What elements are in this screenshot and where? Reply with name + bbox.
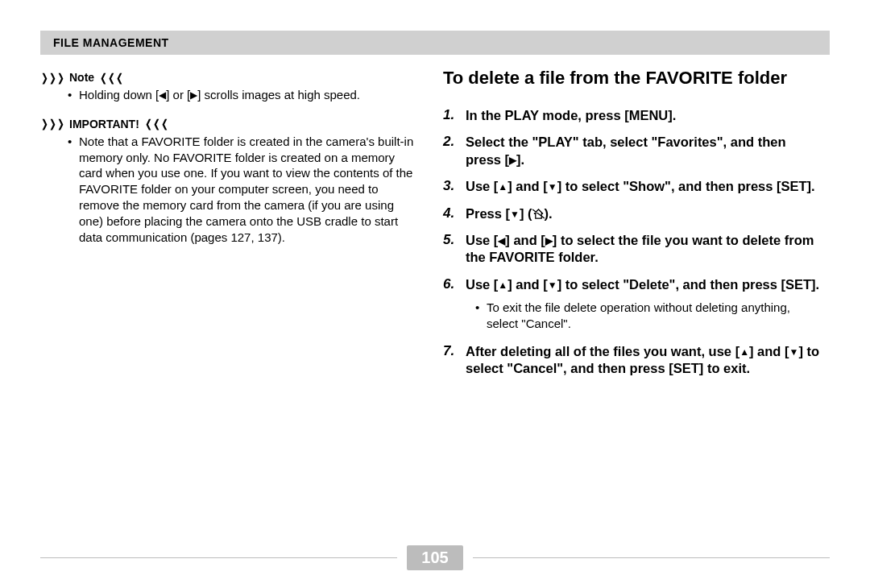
page-number: 105: [407, 545, 462, 570]
note-heading: ❭❭❭ Note ❬❬❬: [40, 71, 419, 84]
note-label: Note: [69, 71, 94, 84]
step-number: 7.: [443, 343, 466, 378]
marker-left-icon: ❭❭❭: [40, 72, 64, 84]
triangle-up-icon: ▲: [498, 181, 508, 194]
step-4: 4. Press [▼] ().: [443, 205, 822, 222]
section-header-bar: File Management: [40, 31, 830, 55]
step-text: Use [▲] and [▼] to select "Delete", and …: [466, 276, 822, 293]
triangle-down-icon: ▼: [548, 280, 557, 292]
important-text: Note that a FAVORITE folder is created i…: [79, 134, 419, 246]
procedure-steps: 1. In the PLAY mode, press [MENU]. 2. Se…: [443, 107, 822, 378]
triangle-right-icon: ▶: [545, 235, 553, 248]
footer-rule-left: [40, 557, 397, 558]
triangle-right-icon: ▶: [509, 155, 516, 168]
marker-right-icon: ❬❬❬: [144, 118, 168, 130]
step-text: Use [▲] and [▼] to select "Show", and th…: [466, 178, 822, 195]
step-text: Select the "PLAY" tab, select "Favorites…: [466, 134, 822, 168]
triangle-down-icon: ▼: [510, 209, 520, 222]
triangle-up-icon: ▲: [498, 280, 508, 292]
step-2: 2. Select the "PLAY" tab, select "Favori…: [443, 134, 822, 168]
note-body: • Holding down [◀] or [▶] scrolls images…: [40, 87, 419, 103]
manual-page: File Management ❭❭❭ Note ❬❬❬ • Holding d…: [0, 0, 870, 588]
procedure-title: To delete a file from the FAVORITE folde…: [443, 68, 822, 89]
footer-rule-right: [473, 557, 830, 558]
step-3: 3. Use [▲] and [▼] to select "Show", and…: [443, 178, 822, 195]
page-footer: 105: [0, 545, 870, 570]
triangle-down-icon: ▼: [789, 346, 799, 359]
step-1: 1. In the PLAY mode, press [MENU].: [443, 107, 822, 124]
marker-left-icon: ❭❭❭: [40, 118, 64, 130]
triangle-left-icon: ◀: [159, 89, 166, 102]
two-column-layout: ❭❭❭ Note ❬❬❬ • Holding down [◀] or [▶] s…: [40, 68, 830, 387]
left-column: ❭❭❭ Note ❬❬❬ • Holding down [◀] or [▶] s…: [40, 68, 419, 387]
marker-right-icon: ❬❬❬: [99, 72, 123, 84]
sub-bullet-text: To exit the file delete operation withou…: [487, 300, 822, 332]
triangle-left-icon: ◀: [498, 235, 505, 248]
section-header-title: File Management: [53, 36, 169, 49]
step-text: After deleting all of the files you want…: [466, 343, 822, 378]
step-text: In the PLAY mode, press [MENU].: [466, 107, 822, 124]
step-number: 2.: [443, 134, 466, 168]
important-label: IMPORTANT!: [69, 118, 139, 130]
step-6: 6. Use [▲] and [▼] to select "Delete", a…: [443, 276, 822, 293]
step-text: Use [◀] and [▶] to select the file you w…: [466, 232, 822, 267]
triangle-right-icon: ▶: [190, 89, 197, 102]
bullet-icon: •: [68, 134, 79, 246]
step-number: 4.: [443, 205, 466, 222]
house-strike-icon: [532, 209, 545, 219]
step-number: 6.: [443, 276, 466, 293]
step-6-sub-bullet: • To exit the file delete operation with…: [443, 300, 822, 332]
important-heading: ❭❭❭ IMPORTANT! ❬❬❬: [40, 118, 419, 130]
step-text: Press [▼] ().: [466, 205, 822, 222]
right-column: To delete a file from the FAVORITE folde…: [443, 68, 822, 387]
step-7: 7. After deleting all of the files you w…: [443, 343, 822, 378]
step-number: 5.: [443, 232, 466, 267]
step-5: 5. Use [◀] and [▶] to select the file yo…: [443, 232, 822, 267]
note-text: Holding down [◀] or [▶] scrolls images a…: [79, 87, 419, 103]
bullet-icon: •: [475, 300, 487, 332]
step-number: 1.: [443, 107, 466, 124]
triangle-down-icon: ▼: [548, 181, 557, 194]
important-body: • Note that a FAVORITE folder is created…: [40, 134, 419, 246]
triangle-up-icon: ▲: [740, 346, 749, 359]
bullet-icon: •: [68, 87, 79, 103]
step-number: 3.: [443, 178, 466, 195]
